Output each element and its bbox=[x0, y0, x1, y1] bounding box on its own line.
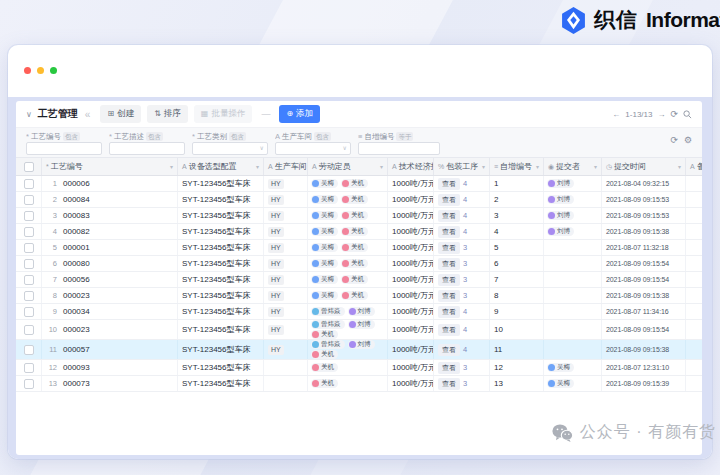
table-row[interactable]: 12000093SYT-123456型车床关机1000吨/万元查看312吴梅20… bbox=[16, 360, 702, 376]
column-header-submitter[interactable]: ◉提交者▾ bbox=[544, 158, 602, 175]
user-chip: 关机 bbox=[311, 330, 338, 339]
row-checkbox[interactable] bbox=[24, 379, 34, 389]
table-row[interactable]: 1000006SYT-123456型车床HY吴梅关机1000吨/万元查看41刘博… bbox=[16, 176, 702, 192]
cell-indicator: 1000吨/万元 bbox=[388, 360, 434, 375]
create-button[interactable]: ⊞创建 bbox=[100, 105, 141, 123]
table-row[interactable]: 8000023SYT-123456型车床HY吴梅关机1000吨/万元查看3820… bbox=[16, 288, 702, 304]
row-checkbox[interactable] bbox=[24, 227, 34, 237]
table-row[interactable]: 9000034SYT-123456型车床HY曾炜焱刘博1000吨/万元查看492… bbox=[16, 304, 702, 320]
column-header-autono[interactable]: ≡自增编号▾ bbox=[490, 158, 544, 175]
table-row[interactable]: 6000080SYT-123456型车床HY吴梅关机1000吨/万元查看3620… bbox=[16, 256, 702, 272]
refresh-icon[interactable]: ⟳ bbox=[670, 109, 678, 119]
column-header-workshop[interactable]: A生产车间▾ bbox=[264, 158, 308, 175]
column-header-time[interactable]: ◷提交时间▾ bbox=[602, 158, 686, 175]
table-app-panel: ∨ 工艺管理 « ⊞创建⇅排序▦批量操作—⊕添加 ← 1-13/13 → ⟳ *… bbox=[16, 101, 702, 455]
filter-autono-input[interactable] bbox=[358, 142, 440, 155]
cell-code: 7000056 bbox=[42, 272, 178, 287]
code-value: 000082 bbox=[63, 227, 90, 236]
user-chip: 吴梅 bbox=[311, 195, 338, 204]
view-records-button[interactable]: 查看 bbox=[438, 290, 460, 302]
column-header-indicator[interactable]: A技术经济指标▾ bbox=[388, 158, 434, 175]
row-checkbox[interactable] bbox=[24, 259, 34, 269]
table-row[interactable]: 13000073SYT-123456型车床关机1000吨/万元查看313吴梅20… bbox=[16, 376, 702, 392]
table-row[interactable]: 10000023SYT-123456型车床HY曾炜焱刘博关机1000吨/万元查看… bbox=[16, 320, 702, 340]
filter-code-input[interactable] bbox=[26, 142, 102, 155]
filter-desc-label: *工艺描述包含 bbox=[109, 131, 185, 142]
close-window-button[interactable] bbox=[24, 67, 31, 74]
column-dropdown-icon[interactable]: ▾ bbox=[380, 163, 383, 170]
workshop-tag: HY bbox=[268, 211, 284, 221]
filter-desc-input[interactable] bbox=[109, 142, 185, 155]
add-button[interactable]: ⊕添加 bbox=[279, 105, 320, 123]
filter-refresh-icon[interactable]: ⟳ bbox=[670, 135, 678, 145]
view-records-button[interactable]: 查看 bbox=[438, 178, 460, 190]
row-checkbox[interactable] bbox=[24, 275, 34, 285]
row-checkbox[interactable] bbox=[24, 345, 34, 355]
column-header-code[interactable]: *工艺编号▾ bbox=[42, 158, 178, 175]
toolbar-buttons: ⊞创建⇅排序▦批量操作—⊕添加 bbox=[100, 105, 320, 123]
cell-staff: 吴梅关机 bbox=[308, 240, 388, 255]
code-value: 000023 bbox=[63, 325, 90, 334]
view-records-button[interactable]: 查看 bbox=[438, 324, 460, 336]
cell-time: 2021-08-09 09:15:53 bbox=[602, 208, 686, 223]
column-header-note[interactable]: A备注▾ bbox=[686, 158, 702, 175]
table-row[interactable]: 4000082SYT-123456型车床HY吴梅关机1000吨/万元查看44刘博… bbox=[16, 224, 702, 240]
select-all-checkbox[interactable] bbox=[24, 162, 34, 172]
view-records-button[interactable]: 查看 bbox=[438, 194, 460, 206]
table-row[interactable]: 2000084SYT-123456型车床HY吴梅关机1000吨/万元查看42刘博… bbox=[16, 192, 702, 208]
column-dropdown-icon[interactable]: ▾ bbox=[256, 163, 259, 170]
zoom-window-button[interactable] bbox=[50, 67, 57, 74]
table-row[interactable]: 7000056SYT-123456型车床HY吴梅关机1000吨/万元查看3720… bbox=[16, 272, 702, 288]
row-checkbox[interactable] bbox=[24, 325, 34, 335]
cell-code: 13000073 bbox=[42, 376, 178, 391]
column-header-process[interactable]: %包装工序▾ bbox=[434, 158, 490, 175]
search-icon[interactable] bbox=[683, 110, 692, 119]
filter-workshop-select[interactable] bbox=[275, 142, 351, 155]
column-dropdown-icon[interactable]: ▾ bbox=[170, 163, 173, 170]
filter-category-select[interactable] bbox=[192, 142, 268, 155]
row-checkbox[interactable] bbox=[24, 307, 34, 317]
row-checkbox[interactable] bbox=[24, 243, 34, 253]
cell-workshop: HY bbox=[264, 320, 308, 339]
view-records-button[interactable]: 查看 bbox=[438, 274, 460, 286]
collapse-icon[interactable]: « bbox=[85, 109, 91, 120]
column-dropdown-icon[interactable]: ▾ bbox=[594, 163, 597, 170]
column-dropdown-icon[interactable]: ▾ bbox=[678, 163, 681, 170]
row-checkbox[interactable] bbox=[24, 195, 34, 205]
table-row[interactable]: 11000057SYT-123456型车床HY曾炜焱刘博关机1000吨/万元查看… bbox=[16, 340, 702, 360]
view-records-button[interactable]: 查看 bbox=[438, 242, 460, 254]
next-page-icon[interactable]: → bbox=[657, 110, 665, 119]
view-records-button[interactable]: 查看 bbox=[438, 306, 460, 318]
cell-time: 2021-08-09 09:15:38 bbox=[602, 340, 686, 359]
field-type-icon: ≡ bbox=[358, 132, 362, 141]
cell-workshop: HY bbox=[264, 340, 308, 359]
row-checkbox[interactable] bbox=[24, 211, 34, 221]
row-checkbox[interactable] bbox=[24, 291, 34, 301]
cell-workshop: HY bbox=[264, 240, 308, 255]
column-dropdown-icon[interactable]: ▾ bbox=[482, 163, 485, 170]
cell-time: 2021-08-09 09:15:38 bbox=[602, 288, 686, 303]
column-header-device[interactable]: A设备选型配置▾ bbox=[178, 158, 264, 175]
code-value: 000080 bbox=[63, 259, 90, 268]
column-label: 设备选型配置 bbox=[189, 161, 237, 172]
row-checkbox[interactable] bbox=[24, 179, 34, 189]
view-records-button[interactable]: 查看 bbox=[438, 378, 460, 390]
view-records-button[interactable]: 查看 bbox=[438, 258, 460, 270]
row-checkbox[interactable] bbox=[24, 363, 34, 373]
prev-page-icon[interactable]: ← bbox=[612, 110, 620, 119]
cell-indicator: 1000吨/万元 bbox=[388, 240, 434, 255]
column-dropdown-icon[interactable]: ▾ bbox=[536, 163, 539, 170]
view-records-button[interactable]: 查看 bbox=[438, 362, 460, 374]
sort-button[interactable]: ⇅排序 bbox=[147, 105, 188, 123]
cell-device: SYT-123456型车床 bbox=[178, 376, 264, 391]
minimize-window-button[interactable] bbox=[37, 67, 44, 74]
table-row[interactable]: 5000001SYT-123456型车床HY吴梅关机1000吨/万元查看3520… bbox=[16, 240, 702, 256]
view-caret-icon[interactable]: ∨ bbox=[26, 110, 32, 119]
table-row[interactable]: 3000083SYT-123456型车床HY吴梅关机1000吨/万元查看43刘博… bbox=[16, 208, 702, 224]
view-records-button[interactable]: 查看 bbox=[438, 344, 460, 356]
view-records-button[interactable]: 查看 bbox=[438, 210, 460, 222]
view-records-button[interactable]: 查看 bbox=[438, 226, 460, 238]
column-header-staff[interactable]: A劳动定员▾ bbox=[308, 158, 388, 175]
user-name: 刘博 bbox=[358, 340, 371, 349]
filter-settings-icon[interactable]: ⚙ bbox=[684, 135, 692, 145]
